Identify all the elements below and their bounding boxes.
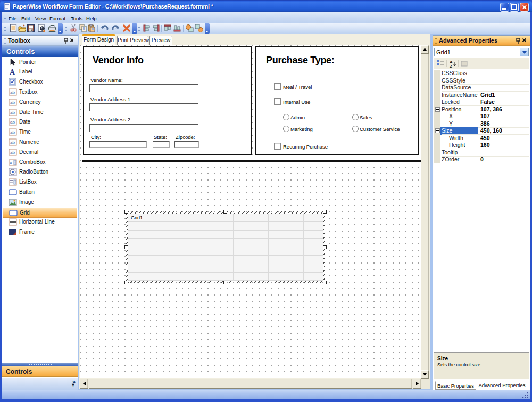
svg-text:ab: ab [10,150,15,155]
svg-text:ab: ab [10,100,15,105]
svg-text:Z: Z [450,64,452,69]
svg-text:ab: ab [10,110,15,115]
svg-text:ab: ab [10,140,15,145]
svg-text:A: A [10,68,15,76]
svg-text:a: a [10,161,12,165]
svg-text:ab: ab [10,120,15,125]
svg-text:ab: ab [10,130,15,135]
svg-text:ab: ab [10,90,15,95]
